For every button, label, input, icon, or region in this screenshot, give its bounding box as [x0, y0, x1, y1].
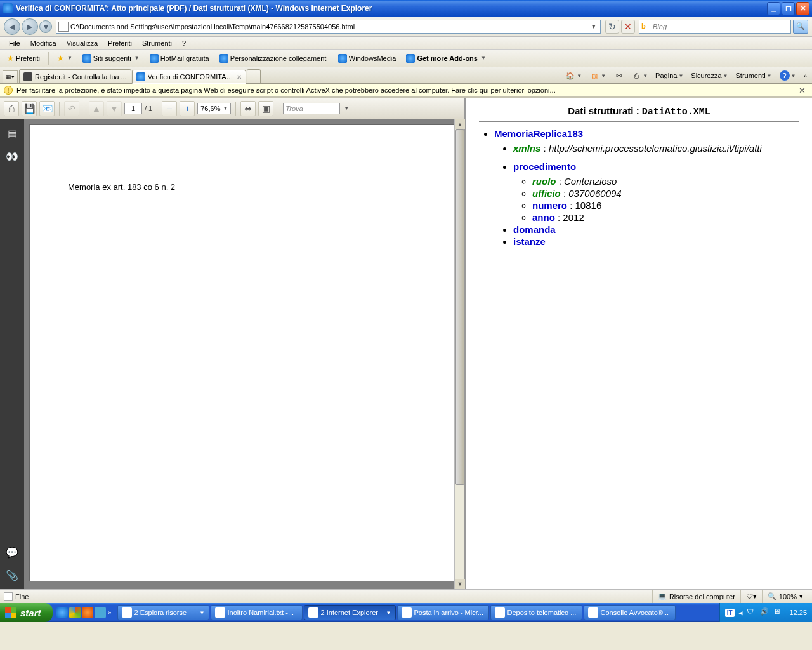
- search-input[interactable]: [653, 23, 789, 30]
- address-bar[interactable]: ▾: [56, 20, 601, 34]
- tray-icon[interactable]: 🖥: [773, 607, 783, 618]
- ql-ie-icon[interactable]: [56, 607, 68, 618]
- print-button[interactable]: ⎙▼: [629, 69, 650, 82]
- menu-modifica[interactable]: Modifica: [25, 38, 62, 48]
- menu-strumenti[interactable]: Strumenti: [137, 38, 177, 48]
- tab-close-icon[interactable]: ✕: [237, 74, 242, 81]
- tools-menu-button[interactable]: Strumenti▼: [733, 70, 775, 81]
- pdf-zoom-select[interactable]: 76,6%▼: [197, 103, 231, 114]
- scroll-down-icon[interactable]: ▼: [455, 579, 465, 589]
- back-button[interactable]: ◄: [4, 18, 20, 35]
- minimize-button[interactable]: _: [767, 2, 780, 15]
- pdf-find-box[interactable]: Trova: [283, 103, 340, 114]
- infobar-close-icon[interactable]: ✕: [796, 86, 808, 95]
- start-button[interactable]: start: [0, 603, 53, 622]
- pdf-scrollbar[interactable]: ▲ ▼: [454, 119, 464, 589]
- readmail-button[interactable]: ✉: [611, 69, 626, 82]
- xml-heading: Dati strutturati : DatiAtto.XML: [479, 105, 799, 117]
- chevron-down-icon: ▼: [223, 105, 228, 111]
- zone-segment[interactable]: 💻 Risorse del computer: [652, 590, 740, 603]
- pdf-undo-button: ↶: [64, 101, 79, 116]
- taskbar-button[interactable]: Consolle Avvocato®...: [584, 605, 676, 620]
- address-input[interactable]: [70, 23, 589, 30]
- menu-preferiti[interactable]: Preferiti: [103, 38, 137, 48]
- taskbar-button[interactable]: Deposito telematico ...: [490, 605, 582, 620]
- menu-visualizza[interactable]: Visualizza: [62, 38, 103, 48]
- page-menu-button[interactable]: Pagina▼: [653, 70, 686, 81]
- ql-chrome-icon[interactable]: [69, 607, 81, 618]
- pdf-print-button[interactable]: ⎙: [4, 101, 19, 116]
- pdf-zoom-out-button[interactable]: −: [162, 101, 177, 116]
- fav-windowsmedia[interactable]: WindowsMedia: [335, 53, 400, 64]
- favorites-button[interactable]: ★Preferiti: [4, 53, 43, 64]
- pdf-comment-icon[interactable]: 💬: [6, 546, 18, 559]
- pdf-fit-width-button[interactable]: ⇔: [240, 101, 256, 116]
- pdf-email-button[interactable]: 📧: [39, 101, 55, 116]
- pdf-zoom-in-button[interactable]: +: [180, 101, 195, 116]
- taskbar-button[interactable]: Posta in arrivo - Micr...: [397, 605, 489, 620]
- new-tab-button[interactable]: [247, 69, 261, 83]
- fav-label: WindowsMedia: [349, 55, 396, 62]
- add-favorite-button[interactable]: ★▼: [54, 53, 75, 64]
- safety-menu-button[interactable]: Sicurezza▼: [688, 70, 730, 81]
- scroll-up-icon[interactable]: ▲: [455, 119, 465, 129]
- task-icon: [495, 607, 505, 618]
- pdf-save-button[interactable]: 💾: [22, 101, 37, 116]
- taskbar-button[interactable]: 2 Esplora risorse▼: [117, 605, 209, 620]
- pdf-attach-icon[interactable]: 📎: [6, 569, 18, 581]
- tray-icon[interactable]: 🔊: [760, 607, 770, 618]
- fav-personalizzazione[interactable]: Personalizzazione collegamenti: [216, 53, 331, 64]
- rss-icon: ▧: [589, 70, 599, 81]
- information-bar[interactable]: ! Per facilitare la protezione, è stato …: [0, 84, 812, 98]
- pdf-page-input[interactable]: [124, 103, 142, 114]
- task-icon: [402, 607, 412, 618]
- forward-button[interactable]: ►: [22, 18, 38, 35]
- xml-anno-label: anno: [532, 212, 555, 223]
- taskbar-button[interactable]: 2 Internet Explorer▼: [304, 605, 396, 620]
- fav-get-more-addons[interactable]: Get more Add-ons▼: [403, 53, 488, 64]
- pdf-fit-page-button[interactable]: ▣: [258, 101, 273, 116]
- tab-register-it[interactable]: Register.it - Controlla la tua ...: [19, 69, 131, 83]
- address-dropdown-icon[interactable]: ▾: [589, 22, 598, 30]
- pdf-pages-icon[interactable]: ▤: [6, 127, 18, 140]
- favorites-bar: ★Preferiti ★▼ Siti suggeriti▼ HotMail gr…: [0, 50, 812, 67]
- feeds-button[interactable]: ▧▼: [587, 69, 608, 82]
- search-button[interactable]: 🔍: [793, 20, 808, 34]
- protected-mode-segment[interactable]: 🛡▾: [740, 590, 762, 603]
- cmd-label: Pagina: [655, 72, 677, 79]
- menu-file[interactable]: File: [4, 38, 25, 48]
- taskbar-button[interactable]: Inoltro Namirial.txt -...: [211, 605, 303, 620]
- help-menu-button[interactable]: ?▼: [777, 69, 799, 82]
- expand-button[interactable]: »: [801, 71, 809, 81]
- scroll-thumb[interactable]: [455, 129, 464, 485]
- home-button[interactable]: 🏠▼: [563, 69, 584, 82]
- pdf-document-viewport[interactable]: Memoria ex art. 183 co 6 n. 2 ▲ ▼: [24, 119, 464, 589]
- zoom-label: 100%: [779, 593, 797, 600]
- language-indicator[interactable]: IT: [725, 609, 735, 617]
- close-button[interactable]: ✕: [796, 2, 809, 15]
- search-box[interactable]: b: [639, 20, 791, 34]
- clock[interactable]: 12.25: [789, 609, 807, 616]
- fav-siti-suggeriti[interactable]: Siti suggeriti▼: [79, 53, 143, 64]
- ql-expand-icon[interactable]: »: [108, 609, 112, 616]
- fav-hotmail[interactable]: HotMail gratuita: [147, 53, 213, 64]
- ql-firefox-icon[interactable]: [82, 607, 93, 618]
- tab-verifica-conformita[interactable]: Verifica di CONFORMITA':... ✕: [132, 70, 246, 84]
- chevron-down-icon[interactable]: ▼: [344, 105, 349, 111]
- zoom-segment[interactable]: 🔍 100% ▾: [762, 590, 808, 603]
- pdf-binoculars-icon[interactable]: 👀: [6, 150, 18, 162]
- quick-tabs-button[interactable]: ▦▾: [3, 70, 18, 83]
- tray-arrow-icon[interactable]: ◄: [738, 609, 744, 616]
- refresh-button[interactable]: ↻: [605, 20, 619, 34]
- maximize-button[interactable]: ◻: [782, 2, 795, 15]
- star-icon: ★: [7, 54, 14, 63]
- task-label: Inoltro Namirial.txt -...: [228, 609, 294, 616]
- navigation-bar: ◄ ► ▾ ▾ ↻ ✕ b 🔍: [0, 17, 812, 37]
- cmd-label: Sicurezza: [691, 72, 721, 79]
- separator: [278, 102, 278, 116]
- stop-button[interactable]: ✕: [621, 20, 635, 34]
- ql-app-icon[interactable]: [95, 607, 106, 618]
- menu-help[interactable]: ?: [177, 38, 191, 48]
- tray-icon[interactable]: 🛡: [747, 607, 757, 618]
- recent-dropdown[interactable]: ▾: [39, 20, 52, 33]
